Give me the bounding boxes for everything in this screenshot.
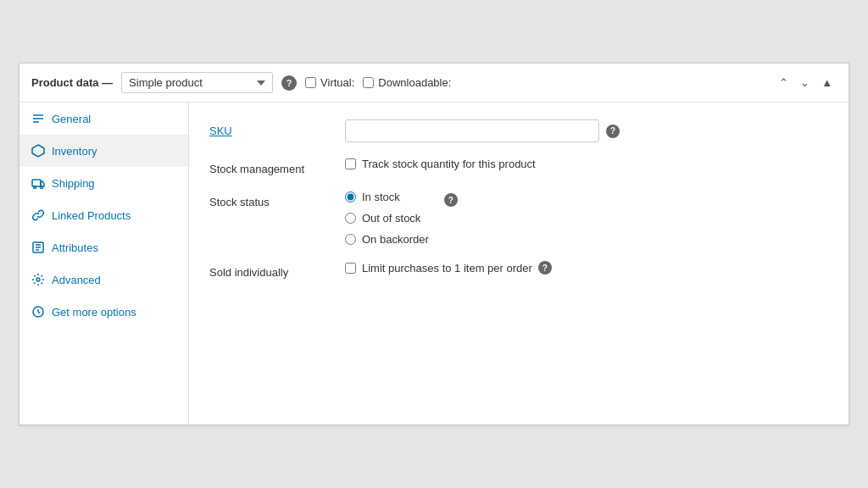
product-type-help-icon[interactable]: ?: [281, 75, 297, 91]
get-more-options-icon: [31, 305, 45, 319]
product-data-title: Product data —: [31, 76, 113, 89]
in-stock-label: In stock: [345, 191, 429, 203]
stock-management-label: Stock management: [209, 158, 345, 175]
track-stock-checkbox[interactable]: [345, 158, 356, 169]
product-data-header: Product data — Simple product Variable p…: [19, 64, 849, 103]
sku-controls: ?: [345, 119, 828, 142]
stock-management-row: Stock management Track stock quantity fo…: [209, 158, 828, 175]
stock-status-group: In stock Out of stock On backorder: [345, 191, 429, 246]
linked-products-icon: [31, 208, 45, 222]
downloadable-label: Downloadable:: [363, 76, 451, 89]
stock-status-label: Stock status: [209, 191, 345, 208]
sku-help-icon[interactable]: ?: [606, 125, 620, 138]
stock-management-controls: Track stock quantity for this product: [345, 158, 828, 170]
sku-input[interactable]: [345, 119, 599, 142]
svg-rect-1: [32, 180, 41, 186]
main-content: General Inventory: [19, 103, 849, 424]
product-data-panel: Product data — Simple product Variable p…: [19, 63, 849, 425]
content-area: SKU ? Stock management Track st: [189, 103, 849, 424]
sku-link[interactable]: SKU: [209, 125, 232, 137]
stock-status-row: Stock status In stock Out of stock: [209, 191, 828, 246]
svg-point-2: [34, 186, 36, 189]
toggle-button[interactable]: ▲: [817, 75, 837, 91]
on-backorder-radio[interactable]: [345, 234, 356, 245]
sold-individually-help-icon[interactable]: ?: [538, 261, 552, 274]
sold-individually-controls: Limit purchases to 1 item per order ?: [345, 261, 828, 274]
sidebar-item-inventory[interactable]: Inventory: [19, 135, 188, 167]
svg-marker-0: [32, 145, 44, 157]
sidebar: General Inventory: [19, 103, 189, 424]
sidebar-item-advanced[interactable]: Advanced: [19, 263, 188, 296]
sidebar-item-linked-products[interactable]: Linked Products: [19, 199, 188, 231]
out-of-stock-radio[interactable]: [345, 213, 356, 224]
collapse-down-button[interactable]: ⌄: [796, 75, 814, 91]
header-controls: ⌃ ⌄ ▲: [775, 75, 837, 91]
advanced-icon: [31, 273, 45, 286]
sku-row: SKU ?: [209, 119, 828, 142]
sidebar-item-get-more-options[interactable]: Get more options: [19, 296, 188, 328]
stock-status-controls: In stock Out of stock On backorder: [345, 191, 828, 246]
virtual-label: Virtual:: [305, 76, 354, 89]
inventory-icon: [31, 144, 45, 158]
downloadable-checkbox[interactable]: [363, 77, 374, 88]
shipping-icon: [31, 176, 45, 190]
track-stock-label: Track stock quantity for this product: [345, 158, 828, 170]
general-icon: [31, 112, 45, 125]
product-type-select[interactable]: Simple product Variable product Grouped …: [121, 72, 273, 93]
sold-individually-checkbox[interactable]: [345, 263, 356, 274]
collapse-up-button[interactable]: ⌃: [775, 75, 793, 91]
on-backorder-label: On backorder: [345, 233, 429, 246]
in-stock-radio[interactable]: [345, 191, 356, 202]
svg-point-5: [36, 278, 40, 281]
attributes-icon: [31, 241, 45, 254]
sku-label: SKU: [209, 119, 345, 137]
sidebar-item-attributes[interactable]: Attributes: [19, 231, 188, 263]
svg-point-3: [41, 186, 43, 189]
virtual-checkbox[interactable]: [305, 77, 316, 88]
sold-individually-label: Sold individually: [209, 261, 345, 279]
stock-status-help-icon[interactable]: ?: [444, 193, 458, 207]
out-of-stock-label: Out of stock: [345, 212, 429, 225]
sidebar-item-shipping[interactable]: Shipping: [19, 167, 188, 199]
sold-individually-row: Sold individually Limit purchases to 1 i…: [209, 261, 828, 279]
sidebar-item-general[interactable]: General: [19, 103, 188, 135]
